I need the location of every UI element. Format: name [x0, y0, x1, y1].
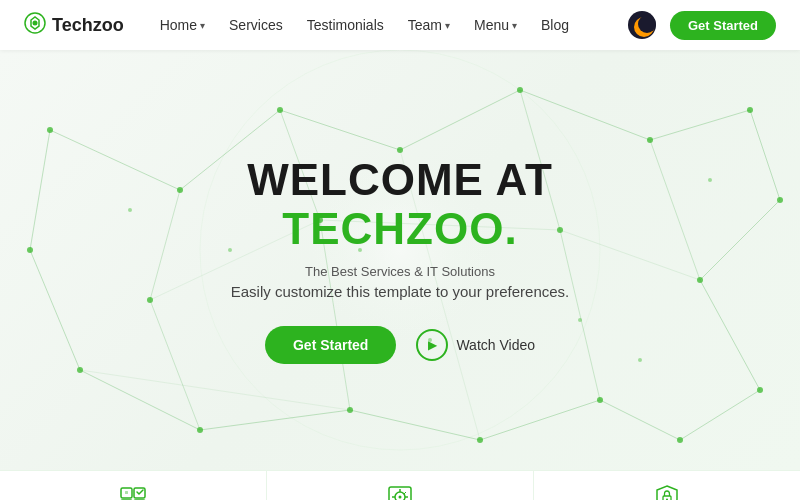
- hero-get-started-button[interactable]: Get Started: [265, 326, 396, 364]
- hero-watch-video-button[interactable]: ▶ Watch Video: [416, 329, 535, 361]
- svg-point-48: [477, 437, 483, 443]
- svg-point-58: [578, 318, 582, 322]
- svg-point-1: [33, 20, 38, 25]
- svg-line-9: [650, 110, 750, 140]
- svg-point-45: [77, 367, 83, 373]
- nav-item-menu[interactable]: Menu ▾: [474, 17, 517, 33]
- svg-point-42: [757, 387, 763, 393]
- svg-point-34: [177, 187, 183, 193]
- svg-line-13: [680, 390, 760, 440]
- svg-line-4: [50, 130, 180, 190]
- nav-item-blog[interactable]: Blog: [541, 17, 569, 33]
- svg-point-35: [277, 107, 283, 113]
- seo-optimization-icon: [384, 482, 416, 500]
- svg-point-44: [27, 247, 33, 253]
- nav-item-home[interactable]: Home ▾: [160, 17, 205, 33]
- hero-section: WELCOME AT TECHZOO. The Best Services & …: [0, 50, 800, 470]
- svg-line-18: [350, 410, 480, 440]
- svg-line-12: [700, 280, 760, 390]
- logo[interactable]: Techzoo: [24, 12, 124, 39]
- svg-rect-65: [125, 491, 128, 494]
- data-security-icon: [651, 482, 683, 500]
- hero-description: Easily customize this template to your p…: [231, 283, 569, 300]
- svg-point-33: [47, 127, 53, 133]
- nav-link-home[interactable]: Home ▾: [160, 17, 205, 33]
- hero-title: WELCOME AT TECHZOO.: [231, 156, 569, 254]
- nav-cta-button[interactable]: Get Started: [670, 11, 776, 40]
- play-icon: ▶: [416, 329, 448, 361]
- svg-line-11: [700, 200, 780, 280]
- theme-toggle-button[interactable]: [628, 11, 656, 39]
- nav-right: Get Started: [628, 11, 776, 40]
- svg-point-38: [647, 137, 653, 143]
- nav-link-menu[interactable]: Menu ▾: [474, 17, 517, 33]
- logo-icon: [24, 12, 46, 39]
- nav-item-testimonials[interactable]: Testimonials: [307, 17, 384, 33]
- svg-point-49: [597, 397, 603, 403]
- svg-line-27: [650, 140, 700, 280]
- card-apps-development[interactable]: Apps Development: [0, 471, 267, 500]
- brand-name: Techzoo: [52, 15, 124, 36]
- nav-item-team[interactable]: Team ▾: [408, 17, 450, 33]
- chevron-down-icon: ▾: [445, 20, 450, 31]
- svg-point-46: [197, 427, 203, 433]
- svg-line-8: [520, 90, 650, 140]
- apps-development-icon: [117, 482, 149, 500]
- svg-point-72: [399, 496, 402, 499]
- nav-link-testimonials[interactable]: Testimonials: [307, 17, 384, 33]
- svg-point-47: [347, 407, 353, 413]
- svg-point-39: [747, 107, 753, 113]
- svg-point-43: [677, 437, 683, 443]
- chevron-down-icon: ▾: [200, 20, 205, 31]
- hero-subtitle: The Best Services & IT Solutions: [231, 264, 569, 279]
- svg-line-14: [30, 130, 50, 250]
- nav-link-services[interactable]: Services: [229, 17, 283, 33]
- svg-point-40: [777, 197, 783, 203]
- nav-link-team[interactable]: Team ▾: [408, 17, 450, 33]
- services-cards-section: Apps Development SEO Optimization: [0, 470, 800, 500]
- hero-buttons: Get Started ▶ Watch Video: [231, 326, 569, 364]
- svg-line-17: [200, 410, 350, 430]
- svg-line-15: [30, 250, 80, 370]
- svg-line-20: [600, 400, 680, 440]
- svg-line-19: [480, 400, 600, 440]
- svg-point-50: [147, 297, 153, 303]
- nav-link-blog[interactable]: Blog: [541, 17, 569, 33]
- svg-line-31: [560, 230, 700, 280]
- svg-point-36: [397, 147, 403, 153]
- navbar: Techzoo Home ▾ Services Testimonials Tea…: [0, 0, 800, 50]
- svg-point-57: [128, 208, 132, 212]
- nav-links: Home ▾ Services Testimonials Team ▾ Menu…: [160, 17, 628, 33]
- svg-line-21: [150, 190, 180, 300]
- card-seo-optimization[interactable]: SEO Optimization: [267, 471, 534, 500]
- svg-point-37: [517, 87, 523, 93]
- svg-point-41: [697, 277, 703, 283]
- chevron-down-icon: ▾: [512, 20, 517, 31]
- svg-point-60: [708, 178, 712, 182]
- svg-line-10: [750, 110, 780, 200]
- hero-content: WELCOME AT TECHZOO. The Best Services & …: [231, 156, 569, 364]
- svg-point-59: [638, 358, 642, 362]
- card-data-security[interactable]: Data Security: [534, 471, 800, 500]
- svg-line-22: [150, 300, 200, 430]
- nav-item-services[interactable]: Services: [229, 17, 283, 33]
